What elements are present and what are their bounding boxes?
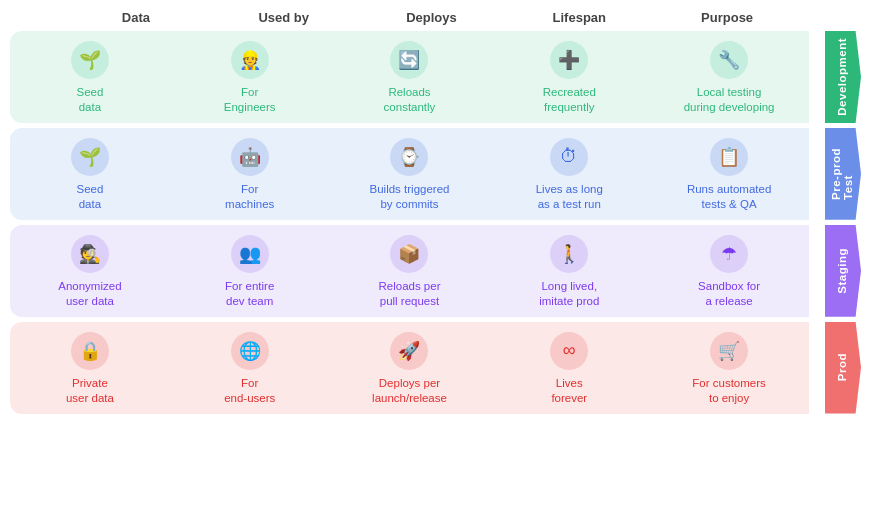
cell-label-prod-0: Privateuser data [66,376,114,406]
row-dev: 🌱Seeddata👷ForEngineers🔄Reloadsconstantly… [10,31,861,123]
cell-prod-4: 🛒For customersto enjoy [649,322,809,414]
cell-icon-prod-3: ∞ [550,332,588,370]
cell-prod-2: 🚀Deploys perlaunch/release [330,322,490,414]
cell-label-dev-4: Local testingduring developing [684,85,775,115]
cell-test-3: ⏱Lives as longas a test run [489,128,649,220]
header-col: Lifespan [505,10,653,25]
cell-icon-test-1: 🤖 [231,138,269,176]
cell-label-test-2: Builds triggeredby commits [370,182,450,212]
row-label-test: Pre-prodTest [825,128,861,220]
row-staging: 🕵Anonymizeduser data👥For entiredev team📦… [10,225,861,317]
cell-dev-0: 🌱Seeddata [10,31,170,123]
cell-label-test-1: Formachines [225,182,274,212]
cell-icon-test-4: 📋 [710,138,748,176]
cell-prod-0: 🔒Privateuser data [10,322,170,414]
cell-icon-test-0: 🌱 [71,138,109,176]
cell-label-staging-1: For entiredev team [225,279,274,309]
cell-staging-4: ☂Sandbox fora release [649,225,809,317]
row-prod: 🔒Privateuser data🌐Forend-users🚀Deploys p… [10,322,861,414]
header-col: Data [62,10,210,25]
cell-icon-dev-3: ➕ [550,41,588,79]
header-col: Purpose [653,10,801,25]
cell-icon-prod-4: 🛒 [710,332,748,370]
cell-label-staging-4: Sandbox fora release [698,279,760,309]
cell-icon-staging-1: 👥 [231,235,269,273]
cell-label-staging-3: Long lived,imitate prod [539,279,599,309]
row-label-container-dev: Development [809,31,861,123]
cell-icon-dev-4: 🔧 [710,41,748,79]
row-test: 🌱Seeddata🤖Formachines⌚Builds triggeredby… [10,128,861,220]
cell-icon-staging-2: 📦 [390,235,428,273]
cell-icon-test-2: ⌚ [390,138,428,176]
cell-staging-3: 🚶Long lived,imitate prod [489,225,649,317]
cell-label-prod-4: For customersto enjoy [692,376,766,406]
cell-label-dev-3: Recreatedfrequently [543,85,596,115]
header-col: Deploys [358,10,506,25]
cell-prod-1: 🌐Forend-users [170,322,330,414]
row-label-staging: Staging [825,225,861,317]
cell-test-2: ⌚Builds triggeredby commits [330,128,490,220]
cell-label-dev-1: ForEngineers [224,85,276,115]
cell-label-staging-0: Anonymizeduser data [58,279,121,309]
cell-label-prod-1: Forend-users [224,376,275,406]
cell-label-prod-3: Livesforever [551,376,587,406]
cell-label-prod-2: Deploys perlaunch/release [372,376,447,406]
cell-label-test-0: Seeddata [76,182,103,212]
cell-icon-prod-0: 🔒 [71,332,109,370]
row-label-dev: Development [825,31,861,123]
cell-dev-2: 🔄Reloadsconstantly [330,31,490,123]
grid-area: 🌱Seeddata👷ForEngineers🔄Reloadsconstantly… [10,31,861,414]
cell-prod-3: ∞Livesforever [489,322,649,414]
cell-icon-staging-3: 🚶 [550,235,588,273]
cell-dev-4: 🔧Local testingduring developing [649,31,809,123]
header-row: DataUsed byDeploysLifespanPurpose [10,10,861,25]
cell-label-staging-2: Reloads perpull request [378,279,440,309]
row-label-prod: Prod [825,322,861,414]
cell-icon-prod-1: 🌐 [231,332,269,370]
cell-dev-1: 👷ForEngineers [170,31,330,123]
cell-icon-prod-2: 🚀 [390,332,428,370]
cell-staging-0: 🕵Anonymizeduser data [10,225,170,317]
cell-icon-dev-1: 👷 [231,41,269,79]
cell-test-4: 📋Runs automatedtests & QA [649,128,809,220]
cell-icon-staging-4: ☂ [710,235,748,273]
cell-label-dev-0: Seeddata [76,85,103,115]
row-label-container-test: Pre-prodTest [809,128,861,220]
cell-test-0: 🌱Seeddata [10,128,170,220]
cell-test-1: 🤖Formachines [170,128,330,220]
main-container: DataUsed byDeploysLifespanPurpose 🌱Seedd… [0,0,871,424]
cell-staging-1: 👥For entiredev team [170,225,330,317]
cell-dev-3: ➕Recreatedfrequently [489,31,649,123]
cell-icon-dev-2: 🔄 [390,41,428,79]
row-label-container-staging: Staging [809,225,861,317]
cell-icon-dev-0: 🌱 [71,41,109,79]
header-col: Used by [210,10,358,25]
cell-label-test-4: Runs automatedtests & QA [687,182,771,212]
cell-icon-staging-0: 🕵 [71,235,109,273]
cell-label-test-3: Lives as longas a test run [536,182,603,212]
cell-label-dev-2: Reloadsconstantly [384,85,436,115]
cell-staging-2: 📦Reloads perpull request [330,225,490,317]
row-label-container-prod: Prod [809,322,861,414]
cell-icon-test-3: ⏱ [550,138,588,176]
